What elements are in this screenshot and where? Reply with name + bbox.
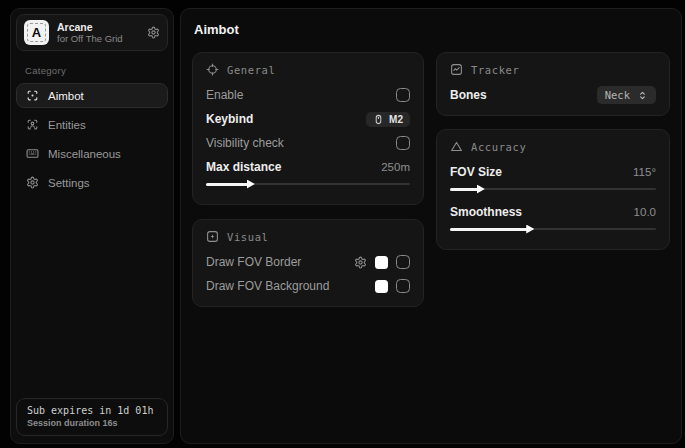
card-title: Visual [227, 231, 269, 243]
brand-card: A Arcane for Off The Grid [16, 14, 168, 51]
triangle-icon [450, 140, 463, 153]
slider-thumb[interactable] [477, 185, 485, 194]
keybind-button[interactable]: M2 [366, 112, 410, 127]
sidebar-nav: Aimbot Entities Miscellaneous Settings [16, 83, 168, 195]
sidebar-item-label: Aimbot [48, 90, 84, 102]
sub-expiry-text: Sub expires in 1d 01h [27, 405, 157, 416]
keyboard-icon [26, 147, 39, 160]
sidebar-item-label: Settings [48, 177, 90, 189]
bones-select[interactable]: Neck [597, 86, 656, 104]
bones-value: Neck [605, 89, 630, 101]
enable-checkbox[interactable] [396, 88, 410, 102]
visibility-check-checkbox[interactable] [396, 136, 410, 150]
gear-icon[interactable] [354, 256, 367, 269]
fov-border-checkbox[interactable] [396, 255, 410, 269]
card-title: Tracker [471, 64, 519, 76]
visual-card: Visual Draw FOV Border Draw F [192, 219, 424, 307]
sparkle-square-icon [206, 230, 219, 243]
keybind-label: Keybind [206, 112, 253, 126]
card-title: Accuracy [471, 141, 526, 153]
sidebar-item-aimbot[interactable]: Aimbot [16, 83, 168, 108]
main-panel: Aimbot General Enable [180, 8, 682, 444]
fov-background-checkbox[interactable] [396, 279, 410, 293]
fov-size-value: 115° [633, 166, 656, 178]
general-card: General Enable Keybind M2 [192, 52, 424, 205]
smoothness-value: 10.0 [634, 206, 656, 218]
smoothness-slider[interactable] [450, 223, 656, 235]
category-label: Category [25, 65, 168, 76]
sidebar: A Arcane for Off The Grid Category Aimbo… [10, 8, 174, 444]
app-logo: A [24, 20, 49, 45]
max-distance-label: Max distance [206, 160, 281, 174]
fov-size-slider[interactable] [450, 183, 656, 195]
draw-fov-border-label: Draw FOV Border [206, 255, 301, 269]
app-name: Arcane [57, 21, 139, 34]
accuracy-card: Accuracy FOV Size 115° Smoothness 10.0 [436, 129, 670, 250]
session-duration-text: Session duration 16s [27, 418, 157, 428]
fov-size-label: FOV Size [450, 165, 502, 179]
tracker-card: Tracker Bones Neck [436, 52, 670, 116]
sidebar-item-miscellaneous[interactable]: Miscellaneous [16, 141, 168, 166]
sidebar-item-settings[interactable]: Settings [16, 170, 168, 195]
page-title: Aimbot [194, 22, 670, 37]
enable-label: Enable [206, 88, 243, 102]
chevrons-up-down-icon [637, 90, 648, 101]
card-title: General [227, 64, 275, 76]
sidebar-item-entities[interactable]: Entities [16, 112, 168, 137]
gear-icon [26, 176, 39, 189]
subscription-info: Sub expires in 1d 01h Session duration 1… [16, 398, 168, 436]
gear-icon[interactable] [147, 26, 160, 39]
fov-border-color-swatch[interactable] [375, 256, 388, 269]
max-distance-slider[interactable] [206, 178, 410, 190]
visibility-check-label: Visibility check [206, 136, 284, 150]
crosshair-icon [206, 63, 219, 76]
person-scan-icon [26, 118, 39, 131]
app-subtitle: for Off The Grid [57, 33, 139, 44]
max-distance-value: 250m [381, 161, 410, 173]
draw-fov-background-label: Draw FOV Background [206, 279, 329, 293]
smoothness-label: Smoothness [450, 205, 522, 219]
app-window: A Arcane for Off The Grid Category Aimbo… [0, 0, 685, 448]
sidebar-item-label: Entities [48, 119, 86, 131]
sidebar-item-label: Miscellaneous [48, 148, 121, 160]
activity-square-icon [450, 63, 463, 76]
mouse-icon [373, 114, 384, 125]
crosshair-scan-icon [26, 89, 39, 102]
slider-thumb[interactable] [526, 225, 534, 234]
fov-background-color-swatch[interactable] [375, 280, 388, 293]
keybind-value: M2 [389, 114, 403, 125]
slider-thumb[interactable] [247, 180, 255, 189]
bones-label: Bones [450, 88, 487, 102]
